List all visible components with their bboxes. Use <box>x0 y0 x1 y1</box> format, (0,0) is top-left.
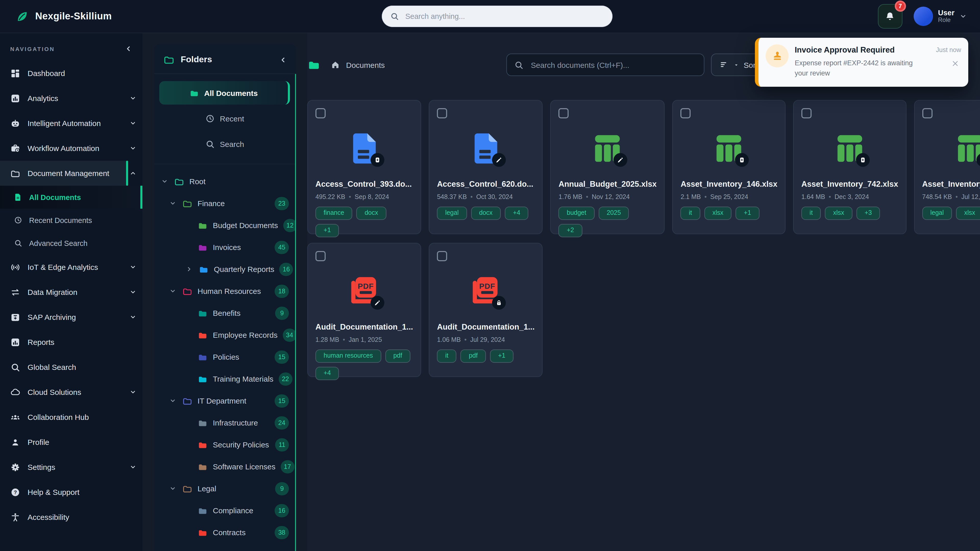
folder-tree-item-quarterly-reports[interactable]: Quarterly Reports16 <box>154 258 289 280</box>
tag-pill[interactable]: +2 <box>558 224 582 237</box>
sidebar-item-intelligent-automation[interactable]: Intelligent Automation <box>0 111 142 136</box>
sidebar-item-accessibility[interactable]: Accessibility <box>0 505 142 530</box>
checkbox[interactable] <box>681 108 691 118</box>
checkbox[interactable] <box>315 108 326 118</box>
sidebar-item-sap-archiving[interactable]: SAP Archiving <box>0 305 142 330</box>
folder-tree-item-legal[interactable]: Legal9 <box>154 478 289 499</box>
folder-tree-item-benefits[interactable]: Benefits9 <box>154 302 289 324</box>
folder-tree-item-finance[interactable]: Finance23 <box>154 192 289 214</box>
folder-tree-item-contracts[interactable]: Contracts38 <box>154 521 289 543</box>
tag-pill[interactable]: it <box>681 206 700 220</box>
nav-item-label: Collaboration Hub <box>27 413 89 421</box>
user-menu[interactable]: User Role <box>914 6 967 26</box>
sidebar-subitem-recent-documents[interactable]: Recent Documents <box>0 209 142 232</box>
sidebar-item-iot-edge-analytics[interactable]: IoT & Edge Analytics <box>0 254 142 279</box>
sidebar-item-help-support[interactable]: ?Help & Support <box>0 480 142 505</box>
global-search[interactable] <box>382 6 612 27</box>
document-card[interactable]: PDFAudit_Documentation_1...1.06 MB•Jul 2… <box>429 243 542 377</box>
tag-pill[interactable]: +4 <box>315 367 339 380</box>
folder-tree-item-security-policies[interactable]: Security Policies11 <box>154 433 289 456</box>
sidebar-item-global-search[interactable]: Global Search <box>0 354 142 380</box>
sidebar-item-collaboration-hub[interactable]: Collaboration Hub <box>0 405 142 430</box>
folder-tree-item-software-licenses[interactable]: Software Licenses17 <box>154 456 289 478</box>
folder-tree-item-root[interactable]: Root <box>154 170 289 192</box>
file-xlsx-icon <box>801 122 898 175</box>
document-card[interactable]: Asset_Inventory_146.xlsx2.1 MB•Sep 25, 2… <box>673 100 786 234</box>
sidebar-item-data-migration[interactable]: Data Migration <box>0 279 142 305</box>
tag-pill[interactable]: xlsx <box>704 206 732 220</box>
folder-outline-icon <box>182 395 192 406</box>
folder-solid-icon <box>197 418 208 428</box>
notifications-button[interactable]: 7 <box>878 4 902 29</box>
folder-tree-item-human-resources[interactable]: Human Resources18 <box>154 280 289 302</box>
tag-pill[interactable]: xlsx <box>956 206 980 220</box>
folder-tree-item-policies[interactable]: Policies15 <box>154 346 289 368</box>
folder-shortcut-search[interactable]: Search <box>159 132 290 156</box>
tag-pill[interactable]: pdf <box>385 349 410 363</box>
tag-pill[interactable]: it <box>437 349 457 363</box>
document-tags: legaldocx+4 <box>437 206 535 220</box>
tag-pill[interactable]: +1 <box>490 349 514 363</box>
folder-name: Employee Records <box>213 330 277 339</box>
checkbox[interactable] <box>315 251 326 261</box>
folder-tree-item-employee-records[interactable]: Employee Records34 <box>154 324 289 346</box>
tag-pill[interactable]: legal <box>437 206 467 220</box>
folder-shortcut-recent[interactable]: Recent <box>159 106 290 130</box>
sidebar-subitem-all-documents[interactable]: All Documents <box>0 186 142 209</box>
sidebar-collapse-chevron-left-icon[interactable] <box>124 45 132 52</box>
sidebar-item-reports[interactable]: Reports <box>0 330 142 354</box>
folder-tree-item-training-materials[interactable]: Training Materials22 <box>154 368 289 390</box>
folder-tree-item-it-department[interactable]: IT Department15 <box>154 390 289 412</box>
documents-search-input[interactable] <box>530 60 697 70</box>
sidebar-item-workflow-automation[interactable]: Workflow Automation <box>0 136 142 161</box>
tag-pill[interactable]: it <box>801 206 821 220</box>
tag-pill[interactable]: +4 <box>505 206 528 220</box>
tag-pill[interactable]: xlsx <box>825 206 853 220</box>
global-search-input[interactable] <box>404 12 605 21</box>
sidebar-item-profile[interactable]: Profile <box>0 430 142 454</box>
tag-pill[interactable]: +3 <box>856 206 880 220</box>
document-card[interactable]: Annual_Budget_2025.xlsx1.76 MB•Nov 12, 2… <box>550 100 665 234</box>
people-icon <box>10 412 21 422</box>
folder-name: Compliance <box>213 506 253 515</box>
checkbox[interactable] <box>922 108 932 118</box>
tag-pill[interactable]: +1 <box>736 206 759 220</box>
folder-solid-icon <box>197 462 208 472</box>
document-card[interactable]: Access_Control_620.do...548.37 KB•Oct 30… <box>429 100 542 234</box>
tag-pill[interactable]: +1 <box>315 224 339 237</box>
folder-tree-item-invoices[interactable]: Invoices45 <box>154 236 289 258</box>
tag-pill[interactable]: human resources <box>315 349 381 363</box>
folder-shortcut-all-documents[interactable]: All Documents <box>159 81 290 105</box>
tag-pill[interactable]: 2025 <box>598 206 629 220</box>
sidebar-item-document-management[interactable]: Document Management <box>0 161 142 186</box>
folder-tree-item-infrastructure[interactable]: Infrastructure24 <box>154 412 289 433</box>
sidebar-item-settings[interactable]: Settings <box>0 454 142 480</box>
checkbox[interactable] <box>558 108 569 118</box>
tag-pill[interactable]: budget <box>558 206 594 220</box>
folder-tree-item-compliance[interactable]: Compliance16 <box>154 499 289 521</box>
sidebar-item-dashboard[interactable]: Dashboard <box>0 61 142 86</box>
checkbox[interactable] <box>437 251 447 261</box>
close-icon[interactable] <box>951 60 959 67</box>
document-card[interactable]: Access_Control_393.do...495.22 KB•Sep 8,… <box>307 100 421 234</box>
folder-tree-item-budget-documents[interactable]: Budget Documents12 <box>154 214 289 236</box>
sidebar-item-analytics[interactable]: Analytics <box>0 86 142 111</box>
tag-pill[interactable]: legal <box>922 206 952 220</box>
tag-pill[interactable]: docx <box>356 206 387 220</box>
tag-pill[interactable]: pdf <box>461 349 486 363</box>
document-card[interactable]: PDFAudit_Documentation_1...1.28 MB•Jan 1… <box>307 243 421 377</box>
folder-solid-icon <box>197 330 208 340</box>
folders-collapse-chevron-left-icon[interactable] <box>279 56 287 64</box>
brand[interactable]: Nexgile-Skillium <box>15 10 112 23</box>
sidebar-subitem-advanced-search[interactable]: Advanced Search <box>0 232 142 254</box>
tag-pill[interactable]: finance <box>315 206 352 220</box>
document-card[interactable]: Asset_Inventory_802.xlsx748.54 KB•Jul 12… <box>914 100 980 234</box>
home-icon[interactable] <box>331 60 340 69</box>
tag-pill[interactable]: docx <box>471 206 501 220</box>
document-card[interactable]: Asset_Inventory_742.xlsx1.64 MB•Dec 3, 2… <box>793 100 906 234</box>
checkbox[interactable] <box>437 108 447 118</box>
documents-search[interactable] <box>506 54 704 76</box>
sidebar-item-cloud-solutions[interactable]: Cloud Solutions <box>0 380 142 405</box>
search-icon <box>14 239 22 248</box>
checkbox[interactable] <box>801 108 811 118</box>
